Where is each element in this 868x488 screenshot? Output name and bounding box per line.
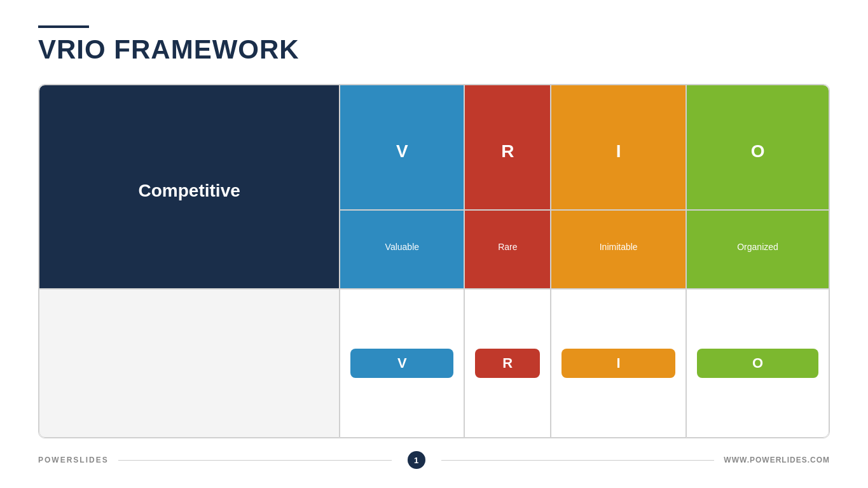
footer-i-btn: I — [561, 349, 675, 378]
footer-v-cell: V — [340, 289, 464, 438]
col-v-letter: V — [340, 85, 464, 210]
title-framework: FRAMEWORK — [114, 34, 299, 64]
col-r-letter: R — [464, 85, 551, 210]
page-container: VRIO FRAMEWORK Competitive V R I O Valua… — [0, 0, 868, 488]
title-vrio: VRIO — [38, 34, 114, 64]
page-title: VRIO FRAMEWORK — [38, 34, 830, 65]
col-i-letter: I — [551, 85, 686, 210]
footer-v-btn: V — [350, 349, 453, 378]
bottom-line-right — [441, 460, 715, 461]
col-i-sub: Inimitable — [551, 210, 686, 289]
header: VRIO FRAMEWORK — [38, 25, 830, 65]
footer-i-cell: I — [551, 289, 686, 438]
col-o-letter: O — [686, 85, 829, 210]
header-line — [38, 25, 89, 28]
footer-row: V R I O — [39, 289, 829, 438]
page-number: 1 — [408, 451, 425, 469]
competitive-label: Competitive — [39, 85, 340, 289]
bottom-line-left — [118, 460, 392, 461]
col-o-sub: Organized — [686, 210, 829, 289]
footer-empty — [39, 289, 340, 438]
col-r-sub: Rare — [464, 210, 551, 289]
vrio-table: Competitive V R I O Valuable Rare Inimit… — [38, 84, 830, 438]
footer-r-btn: R — [475, 349, 540, 378]
footer-o-cell: O — [686, 289, 829, 438]
bottom-left: POWERSLIDES — [38, 456, 109, 464]
footer-o-btn: O — [697, 349, 818, 378]
bottom-right: WWW.POWERLIDES.COM — [724, 456, 830, 464]
col-v-sub: Valuable — [340, 210, 464, 289]
footer-r-cell: R — [464, 289, 551, 438]
header-letter-row: Competitive V R I O — [39, 85, 829, 210]
bottom-bar: POWERSLIDES 1 WWW.POWERLIDES.COM — [38, 451, 830, 469]
